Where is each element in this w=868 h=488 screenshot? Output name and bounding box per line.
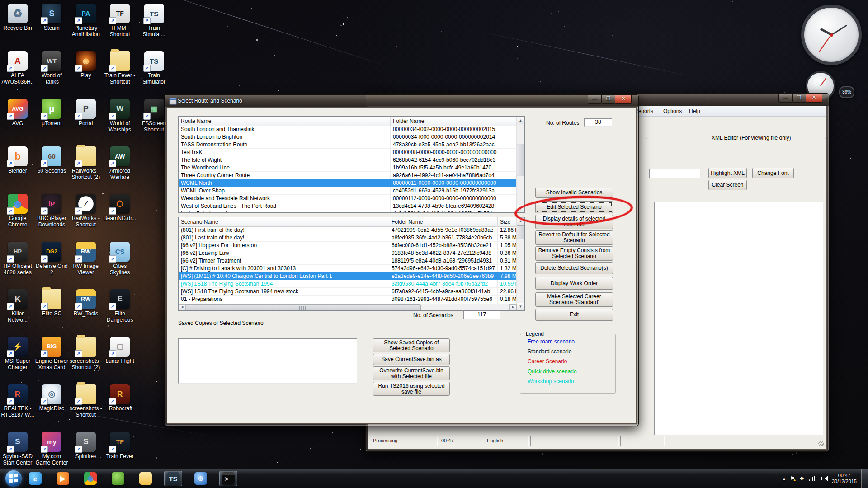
saved-copies-listbox[interactable] — [178, 338, 357, 384]
desktop-icon-play[interactable]: ◉↗Play — [69, 51, 103, 79]
desktop-icon-screenshots-shortcut-2[interactable]: ↗screenshots - Shortcut (2) — [69, 337, 103, 371]
menu-item-help[interactable]: Help — [686, 106, 703, 116]
scenario-row[interactable]: [66 v2] Hoppers For Hunterston6dfec080-6… — [179, 242, 517, 249]
taskbar-ts-tool-icon[interactable]: TS — [164, 471, 182, 486]
desktop-icon-spybot-s-d-start-center[interactable]: S↗Spybot-S&D Start Center — [1, 432, 34, 466]
taskbar-media-player-icon[interactable]: ▶ — [54, 471, 72, 486]
route-row[interactable]: South London and Thameslink00000034-f002… — [179, 126, 517, 133]
taskbar-ie-icon[interactable]: e — [26, 471, 44, 486]
scenario-row[interactable]: [66 v2] Timber Treatment188119f5-e8a4-40… — [179, 257, 517, 265]
desktop-icon-magicdisc[interactable]: ◎↗MagicDisc — [35, 384, 68, 412]
desktop-icon-cities-skylines[interactable]: CS↗Cities Skylines — [103, 242, 137, 276]
route-row[interactable]: Three Country Corner Routea926a61e-4992-… — [179, 172, 517, 179]
route-row[interactable]: WCML Over Shapce4052d1-669a-4529-b16b-19… — [179, 187, 517, 195]
close-button[interactable]: ✕ — [615, 95, 632, 104]
route-row[interactable]: The Isle of Wight6268b042-6154-4ec9-b060… — [179, 156, 517, 164]
desktop-icon-torrent[interactable]: µ↗µTorrent — [35, 99, 68, 127]
edit-selected-scenario-button[interactable]: Edit Selected Scenario — [535, 201, 613, 213]
scroll-up-button[interactable]: ▲ — [517, 117, 524, 124]
maximize-button[interactable]: ❐ — [601, 95, 615, 104]
delete-selected-scenario-s-button[interactable]: Delete Selected Scenario(s) — [535, 262, 613, 274]
display-details-of-selected-scenario-button[interactable]: Display details of selected scenario — [535, 215, 613, 229]
taskbar-console-icon[interactable]: >_ — [219, 471, 237, 486]
route-row[interactable]: York - Peterboroughdc6db53f-8c84-413d-b3… — [179, 210, 517, 213]
show-saved-copies-of-selected-scenario-button[interactable]: Show Saved Copies of Selected Scenario — [373, 338, 450, 352]
desktop-icon-elite-sc[interactable]: ↗Elite SC — [35, 289, 68, 317]
desktop-icon-bbc-iplayer-downloads[interactable]: iP↗BBC iPlayer Downloads — [35, 194, 68, 228]
desktop-icon-engine-driver-xmas-card[interactable]: BIG↗Engine-Driver Xmas Card — [35, 337, 68, 371]
start-button[interactable] — [5, 470, 22, 487]
maximize-button[interactable]: ❐ — [792, 94, 806, 103]
desktop-icon-screenshots-shortcut[interactable]: ↗screenshots - Shortcut — [69, 384, 103, 418]
desktop-icon-rw-image-viewer[interactable]: RW↗RW Image Viewer — [69, 242, 103, 276]
desktop-icon-60-seconds[interactable]: 60↗60 Seconds — [35, 146, 68, 174]
desktop-icon-realtek-rtl8187-w[interactable]: R↗REALTEK -RTL8187 W... — [1, 384, 34, 418]
scenario-row[interactable]: [66 v2] Leaving Law9183fc48-5e3d-4622-83… — [179, 249, 517, 257]
route-vertical-scrollbar[interactable]: ▲ ▼ — [516, 117, 524, 212]
scroll-up-button[interactable]: ▲ — [517, 217, 524, 225]
scenario-horizontal-scrollbar[interactable]: ◄ ► — [179, 304, 517, 310]
scroll-down-button[interactable]: ▼ — [517, 303, 524, 310]
route-row[interactable]: Weardale and Teesdale Rail Network000001… — [179, 195, 517, 202]
scroll-thumb[interactable] — [517, 144, 524, 176]
folder-name-header[interactable]: Folder Name — [389, 217, 498, 226]
scenario-row[interactable]: [WS] 1S18 The Flying Scotsman 1994 new s… — [179, 288, 517, 296]
desktop-icon-alfa-awus036h[interactable]: A↗ALFA AWUS036H... — [1, 51, 34, 91]
change-font-button[interactable]: Change Font — [752, 168, 794, 178]
taskbar-chrome-icon[interactable]: ◉ — [81, 471, 99, 486]
scenario-row[interactable]: (801) Last train of the day!a8fed985-36f… — [179, 234, 517, 242]
highlight-xml-button[interactable]: Highlight XML — [708, 168, 747, 178]
desktop-icon-google-chrome[interactable]: ◉↗Google Chrome — [1, 194, 34, 228]
scroll-left-button[interactable]: ◄ — [179, 304, 186, 310]
close-button[interactable]: ✕ — [806, 94, 822, 103]
route-row[interactable]: WCML North00000011-0000-0000-0000-000000… — [179, 179, 517, 187]
desktop-icon-train-fever[interactable]: TF↗Train Fever — [103, 432, 137, 460]
no-of-routes-field[interactable]: 38 — [584, 118, 612, 127]
desktop-icon-railworks-shortcut-2[interactable]: ↗RailWorks - Shortcut (2) — [69, 146, 103, 180]
taskbar-explorer-icon[interactable] — [137, 471, 155, 486]
desktop-icon-hp-officejet-4620-series[interactable]: HP↗HP Officejet 4620 series — [1, 242, 34, 276]
scenario-row[interactable]: [WS] (1M11) # 10:40 Glasgow Central to L… — [179, 272, 517, 280]
desktop-icon-msi-super-charger[interactable]: ⚡↗MSI Super Charger — [1, 337, 34, 371]
volume-icon[interactable] — [821, 476, 827, 481]
minimize-button[interactable]: — — [588, 95, 602, 104]
route-row[interactable]: TestTraK00000008-0000-0000-0000-00000000… — [179, 149, 517, 156]
desktop-icon-tfmm-shortcut[interactable]: TF↗TFMM - Shortcut — [103, 4, 137, 38]
desktop-icon-train-simulat[interactable]: TS↗Train Simulat... — [137, 4, 171, 38]
size-header[interactable]: Size — [498, 217, 517, 226]
desktop-icon-elite-dangerous[interactable]: E↗Elite Dangerous — [103, 289, 137, 323]
scroll-down-button[interactable]: ▼ — [517, 205, 524, 212]
minimize-button[interactable]: — — [778, 94, 793, 103]
save-currentsave-bin-as-button[interactable]: Save CurrentSave.bin as — [373, 354, 450, 365]
desktop-icon-spintires[interactable]: S↗Spintires — [69, 432, 103, 460]
scenario-name-header[interactable]: Scenario Name — [179, 217, 389, 226]
desktop-icon-robocraft[interactable]: R↗.Robocraft — [103, 384, 137, 412]
desktop-icon-recycle-bin[interactable]: ♻Recycle Bin — [1, 4, 34, 31]
tray-clock[interactable]: 00:47 30/12/2015 — [832, 473, 857, 484]
desktop-icon-rw-tools[interactable]: RW↗RW_Tools — [69, 289, 103, 317]
dialog-titlebar[interactable]: Select Route and Scenario — [165, 95, 638, 107]
display-work-order-button[interactable]: Display Work Order — [535, 277, 613, 290]
scenario-row[interactable]: [C] # Driving to Lanark with 303001 and … — [179, 265, 517, 272]
scroll-thumb[interactable] — [186, 304, 421, 310]
desktop-icon-armored-warfare[interactable]: AW↗Armored Warfare — [103, 146, 137, 180]
taskbar-globe-icon[interactable]: ⊕ — [192, 471, 210, 486]
xml-view-area[interactable] — [654, 202, 823, 439]
show-desktop-button[interactable] — [861, 469, 868, 488]
action-center-flag-icon[interactable]: ⚑▲ — [790, 475, 795, 482]
remove-empty-consists-from-selected-scenario-button[interactable]: Remove Empty Consists from Selected Scen… — [535, 246, 613, 261]
desktop-icon-beamng-dr[interactable]: ⬡↗BeamNG.dr... — [103, 194, 137, 221]
desktop-icon-railworks-shortcut[interactable]: ∕↗RailWorks - Shortcut — [69, 194, 103, 228]
desktop-icon-avg[interactable]: AVG↗AVG — [1, 99, 34, 127]
desktop-icon-world-of-tanks[interactable]: WT↗World of Tanks — [35, 51, 68, 85]
desktop-icon-world-of-warships[interactable]: W↗World of Warships — [103, 99, 137, 133]
folder-name-header[interactable]: Folder Name — [391, 117, 517, 126]
scenario-row[interactable]: (801) First train of the day!47021999-0e… — [179, 226, 517, 234]
desktop-icon-steam[interactable]: S↗Steam — [35, 4, 68, 31]
desktop-icon-lunar-flight[interactable]: ▢↗Lunar Flight — [103, 337, 137, 364]
run-ts2016-using-selected-save-file-button[interactable]: Run TS2016 using selected save file — [373, 382, 450, 396]
route-row[interactable]: South London to Brighton00000034-f000-00… — [179, 133, 517, 141]
scroll-right-button[interactable]: ► — [509, 304, 517, 310]
make-selected-career-scenarios-standard-button[interactable]: Make Selected Career Scenarios 'Standard… — [535, 292, 613, 307]
show-hidden-icons-button[interactable]: ▴ — [783, 475, 785, 482]
